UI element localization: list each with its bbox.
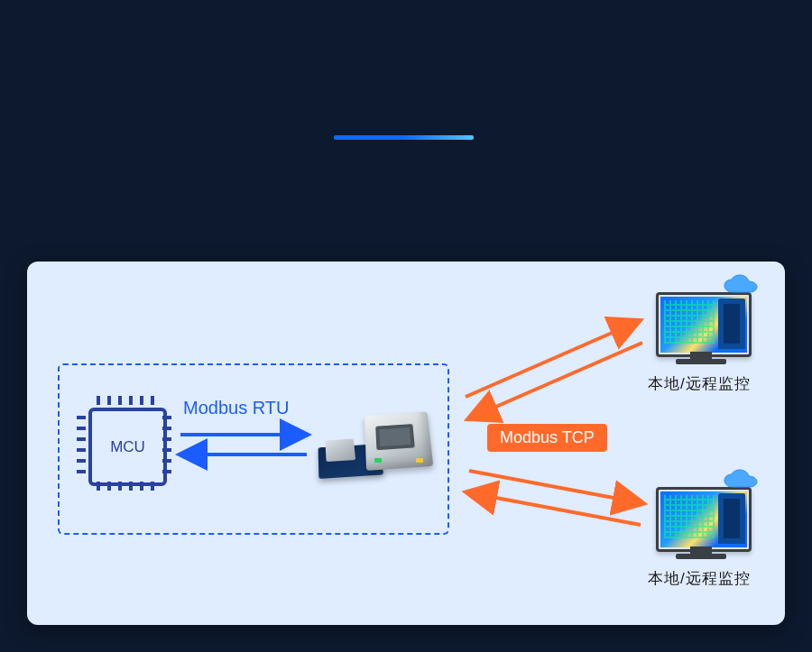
mcu-label: MCU xyxy=(88,408,167,486)
modbus-tcp-label: Modbus TCP xyxy=(487,424,607,452)
cloud-icon xyxy=(723,469,761,492)
modbus-rtu-label: Modbus RTU xyxy=(176,396,296,420)
ethernet-gateway-icon xyxy=(318,408,440,491)
remote-monitor-bottom-icon xyxy=(654,482,753,566)
accent-bar xyxy=(334,135,474,140)
cloud-icon xyxy=(723,274,761,298)
remote-monitor-bottom-label: 本地/远程监控 xyxy=(648,568,751,589)
mcu-chip: MCU xyxy=(77,396,171,491)
remote-monitor-top-label: 本地/远程监控 xyxy=(648,373,751,394)
diagram-stage: MCU Modbus RTU Modbus TCP 本地/远程监控 xyxy=(0,0,812,652)
remote-monitor-top-icon xyxy=(654,287,753,372)
